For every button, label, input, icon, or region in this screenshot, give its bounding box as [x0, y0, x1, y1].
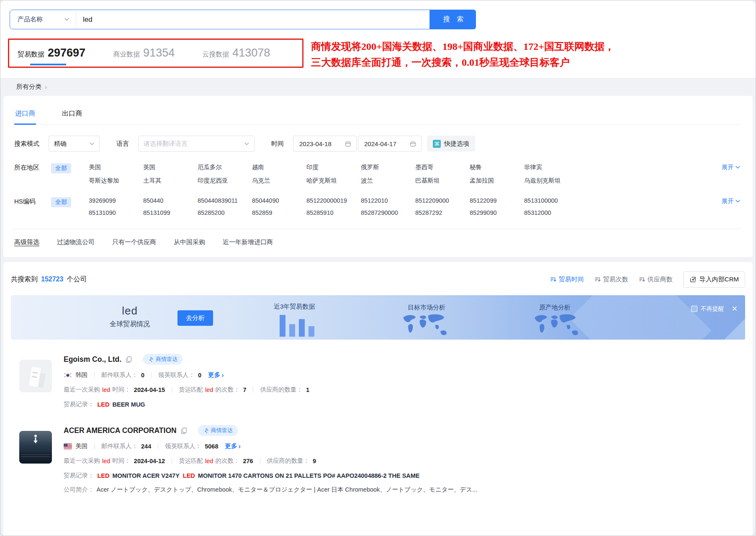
hs-code-option[interactable]: 852859	[252, 209, 306, 216]
hs-code-option[interactable]: 85131099	[143, 209, 198, 216]
hs-code-option[interactable]: 85285200	[198, 209, 252, 216]
data-tab-cloud[interactable]: 云搜数据 413078	[202, 46, 270, 65]
region-option[interactable]: 乌克兰	[252, 177, 306, 185]
banner-product-subtitle: 全球贸易情况	[110, 320, 150, 329]
match-prefix: 货运匹配	[179, 386, 203, 394]
hs-code-option[interactable]: 850440	[143, 197, 198, 204]
region-option[interactable]: 越南	[252, 163, 306, 171]
breadcrumb[interactable]: 所有分类 ›	[0, 78, 756, 96]
purchase-date: 2024-04-15	[134, 387, 165, 393]
region-option[interactable]: 波兰	[361, 177, 415, 185]
language-select[interactable]: 请选择翻译语言	[138, 136, 255, 152]
company-name[interactable]: ACER AMERICA CORPORATION	[64, 426, 177, 435]
linkedin-contacts-count: 0	[198, 372, 201, 379]
hs-code-option[interactable]: 8512209000	[415, 197, 470, 204]
sort-trade-count-label: 贸易次数	[603, 276, 628, 283]
region-option[interactable]: 厄瓜多尔	[198, 163, 252, 171]
company-card: ACER AMERICA CORPORATION 商情雷达 美国 邮件联系人： …	[3, 411, 753, 496]
sort-icon	[550, 277, 556, 282]
hs-expand-button[interactable]: 展开	[722, 197, 740, 205]
quick-options-button[interactable]: ⌘ 快捷选项	[427, 136, 475, 152]
more-label: 更多	[225, 442, 237, 450]
match-suffix: 的次数：	[215, 457, 239, 465]
purchase-prefix: 最近一次采购	[64, 386, 100, 394]
company-thumbnail[interactable]	[19, 431, 52, 464]
copy-icon[interactable]	[181, 428, 187, 434]
region-option[interactable]: 美国	[89, 163, 143, 171]
chevron-down-icon	[735, 166, 740, 169]
hs-code-option[interactable]: 85285910	[306, 209, 361, 216]
region-expand-button[interactable]: 展开	[722, 163, 740, 171]
region-option[interactable]: 秘鲁	[470, 163, 524, 171]
data-tab-trade[interactable]: 贸易数据 297697	[18, 46, 85, 65]
region-option[interactable]: 墨西哥	[415, 163, 470, 171]
trade-record-label: 贸易记录：	[64, 400, 94, 408]
hs-code-option[interactable]: 85312000	[524, 209, 579, 216]
more-link[interactable]: 更多 ›	[208, 371, 224, 379]
company-record-row: 贸易记录： LED MONITOR ACER V247Y LED MONITOR…	[64, 472, 745, 479]
annotation-line-2: 三大数据库全面打通，一次搜索，0.01秒呈现全球目标客户	[311, 54, 615, 70]
date-from-input[interactable]: 2023-04-18	[293, 136, 357, 152]
tab-exporters[interactable]: 出口商	[61, 105, 83, 124]
hs-code-option[interactable]: 39269099	[89, 197, 143, 204]
search-mode-select[interactable]: 精确	[49, 136, 100, 152]
quick-filter-option[interactable]: 过滤物流公司	[57, 238, 95, 246]
divider	[94, 372, 95, 378]
supplier-label: 供应商的数量：	[267, 457, 310, 465]
region-option[interactable]: 孟加拉国	[470, 177, 524, 185]
region-option[interactable]: 印度尼西亚	[198, 177, 252, 185]
region-option[interactable]: 印度	[306, 163, 361, 171]
banner-decoration	[569, 295, 711, 340]
region-option[interactable]: 哈萨克斯坦	[306, 177, 361, 185]
hs-code-label: HS编码	[14, 197, 42, 206]
chevron-down-icon	[64, 18, 69, 21]
sort-supplier-count[interactable]: 供应商数	[639, 276, 673, 283]
region-option[interactable]: 哥斯达黎加	[89, 177, 143, 185]
hs-code-option[interactable]: 85122099	[470, 197, 524, 204]
region-option[interactable]: 俄罗斯	[361, 163, 415, 171]
quick-filter-option[interactable]: 近一年新增进口商	[223, 238, 273, 246]
annotation-line-1: 商情发现将200+国海关数据、198+国商业数据、172+国互联网数据，	[311, 39, 615, 54]
region-all-option[interactable]: 全部	[51, 163, 71, 173]
hs-code-option[interactable]: 8513100000	[524, 197, 579, 204]
close-icon[interactable]: ✕	[732, 304, 738, 313]
copy-icon[interactable]	[126, 356, 132, 363]
hs-code-option[interactable]: 85287292	[415, 209, 470, 216]
dismiss-label[interactable]: 不再提醒	[701, 305, 724, 313]
region-option[interactable]: 英国	[143, 163, 198, 171]
import-crm-button[interactable]: 导入内部CRM	[684, 271, 745, 288]
company-intro-label: 公司简介：	[64, 486, 94, 494]
advanced-filter-link[interactable]: 高级筛选	[14, 238, 39, 246]
date-to-input[interactable]: 2024-04-17	[358, 136, 422, 152]
hs-code-option[interactable]: 850440839011	[198, 197, 252, 204]
tab-importers[interactable]: 进口商	[14, 105, 36, 124]
radar-badge[interactable]: 商情雷达	[198, 425, 238, 436]
data-tab-business[interactable]: 商业数据 91354	[113, 46, 175, 65]
sort-trade-count[interactable]: 贸易次数	[595, 276, 628, 283]
sort-trade-time[interactable]: 贸易时间	[550, 276, 584, 283]
hs-code-option[interactable]: 85131090	[89, 209, 143, 216]
company-name[interactable]: Egoism Co., Ltd.	[64, 355, 121, 364]
analyze-button[interactable]: 去分析	[177, 310, 213, 326]
hs-all-option[interactable]: 全部	[51, 197, 71, 207]
region-option[interactable]: 菲律宾	[524, 163, 579, 171]
category-select[interactable]: 产品名称	[10, 10, 76, 29]
region-option[interactable]: 乌兹别克斯坦	[524, 177, 579, 185]
hs-code-option[interactable]: 85044090	[252, 197, 306, 204]
search-input[interactable]	[76, 10, 429, 29]
region-option[interactable]: 土耳其	[143, 177, 198, 185]
region-option[interactable]: 巴基斯坦	[415, 177, 470, 185]
data-tab-trade-count: 297697	[48, 46, 85, 59]
dismiss-checkbox[interactable]	[691, 306, 697, 312]
hs-code-option[interactable]: 851220000019	[306, 197, 361, 204]
quick-filter-option[interactable]: 从中国采购	[174, 238, 205, 246]
hs-code-option[interactable]: 85299090	[470, 209, 524, 216]
keyword-highlight: LED	[98, 401, 110, 408]
more-link[interactable]: 更多 ›	[225, 442, 240, 450]
hs-code-option[interactable]: 85287290000	[361, 209, 415, 216]
hs-code-option[interactable]: 85122010	[361, 197, 415, 204]
search-button[interactable]: 搜 索	[430, 10, 476, 29]
company-thumbnail[interactable]	[19, 360, 52, 392]
quick-filter-option[interactable]: 只有一个供应商	[112, 238, 156, 246]
radar-badge[interactable]: 商情雷达	[143, 354, 183, 365]
